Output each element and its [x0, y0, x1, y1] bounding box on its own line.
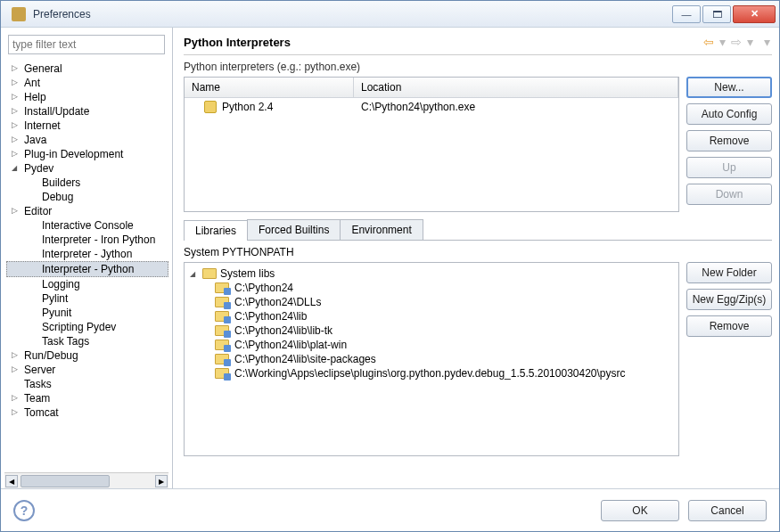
tree-item[interactable]: Install/Update	[6, 104, 168, 119]
tree-item[interactable]: Ant	[6, 76, 168, 90]
minimize-button[interactable]	[672, 5, 701, 23]
tree-item[interactable]: Java	[6, 133, 168, 147]
tree-item[interactable]: Interpreter - Iron Python	[6, 233, 168, 247]
scroll-thumb[interactable]	[21, 475, 110, 487]
tree-item[interactable]: Pyunit	[6, 306, 168, 320]
lib-folder-icon	[215, 340, 229, 350]
tree-item[interactable]: Interactive Console	[6, 218, 168, 233]
remove-lib-button[interactable]: Remove	[686, 315, 772, 337]
window-title: Preferences	[33, 8, 672, 20]
titlebar[interactable]: Preferences	[1, 1, 779, 28]
tree-item[interactable]: Tasks	[6, 377, 168, 391]
column-name[interactable]: Name	[185, 78, 354, 97]
back-arrow-icon[interactable]: ⇦	[702, 35, 716, 49]
system-libs-label: System libs	[220, 267, 275, 280]
tree-item[interactable]: Pylint	[6, 291, 168, 306]
lib-item[interactable]: C:\Python24\DLLs	[190, 295, 673, 309]
app-icon	[12, 7, 26, 21]
page-menu-icon[interactable]: ▾	[762, 35, 772, 49]
lib-folder-icon	[215, 297, 229, 307]
tree-item[interactable]: Server	[6, 363, 168, 377]
auto-config-button[interactable]: Auto Config	[686, 103, 772, 125]
lib-item[interactable]: C:\Python24\lib\site-packages	[190, 352, 673, 366]
interpreters-subheading: Python interpreters (e.g.: python.exe)	[184, 61, 772, 73]
tree-item[interactable]: Tomcat	[6, 405, 168, 420]
help-icon[interactable]: ?	[13, 500, 35, 521]
tree-item[interactable]: Plug-in Development	[6, 147, 168, 161]
lib-path: C:\Working\Apps\eclipse\plugins\org.pyth…	[234, 367, 626, 380]
new-button[interactable]: New...	[686, 77, 772, 98]
lib-path: C:\Python24\lib\site-packages	[234, 353, 376, 365]
interpreter-row[interactable]: Python 2.4 C:\Python24\python.exe	[185, 98, 678, 116]
lib-folder-icon	[215, 325, 229, 336]
sidebar-hscrollbar[interactable]: ◀ ▶	[4, 472, 168, 488]
interpreter-location: C:\Python24\python.exe	[354, 98, 678, 116]
lib-item[interactable]: C:\Python24	[190, 281, 673, 295]
lib-path: C:\Python24\lib\lib-tk	[234, 324, 333, 337]
interpreter-name: Python 2.4	[222, 101, 273, 113]
preferences-tree[interactable]: GeneralAntHelpInstall/UpdateInternetJava…	[4, 60, 168, 472]
tree-item[interactable]: Editor	[6, 204, 168, 218]
lib-path: C:\Python24\DLLs	[234, 296, 321, 308]
tree-item[interactable]: Run/Debug	[6, 348, 168, 363]
tree-item[interactable]: Builders	[6, 176, 168, 190]
scroll-left-icon[interactable]: ◀	[5, 475, 18, 487]
up-button[interactable]: Up	[686, 157, 772, 178]
tab-bar: Libraries Forced Builtins Environment	[184, 219, 772, 241]
filter-input[interactable]	[8, 35, 165, 54]
lib-path: C:\Python24	[234, 282, 293, 294]
tree-item[interactable]: Internet	[6, 119, 168, 133]
python-icon	[204, 101, 217, 113]
tree-item[interactable]: Logging	[6, 277, 168, 291]
close-button[interactable]	[733, 5, 776, 23]
interpreters-table[interactable]: Name Location Python 2.4 C:\Python24\pyt…	[184, 77, 679, 212]
remove-interpreter-button[interactable]: Remove	[686, 130, 772, 151]
scroll-right-icon[interactable]: ▶	[155, 475, 168, 487]
lib-folder-icon	[215, 311, 229, 322]
tab-libraries[interactable]: Libraries	[184, 220, 248, 241]
maximize-button[interactable]	[702, 5, 731, 23]
tab-forced-builtins[interactable]: Forced Builtins	[247, 219, 341, 240]
preferences-window: Preferences GeneralAntHelpInstall/Update…	[0, 0, 780, 532]
new-folder-button[interactable]: New Folder	[686, 262, 772, 283]
tree-item[interactable]: Interpreter - Python	[6, 261, 168, 277]
tab-environment[interactable]: Environment	[340, 219, 423, 240]
tree-item[interactable]: Team	[6, 391, 168, 405]
sidebar: GeneralAntHelpInstall/UpdateInternetJava…	[1, 28, 173, 488]
libs-tree[interactable]: System libs C:\Python24C:\Python24\DLLsC…	[184, 262, 679, 456]
lib-folder-icon	[215, 368, 229, 379]
forward-arrow-icon[interactable]: ⇨	[729, 35, 743, 49]
folder-icon	[202, 268, 217, 279]
lib-item[interactable]: C:\Working\Apps\eclipse\plugins\org.pyth…	[190, 366, 673, 381]
lib-item[interactable]: C:\Python24\lib\plat-win	[190, 338, 673, 352]
tree-item[interactable]: Debug	[6, 190, 168, 204]
lib-folder-icon	[215, 354, 229, 364]
tree-item[interactable]: Help	[6, 90, 168, 104]
cancel-button[interactable]: Cancel	[688, 500, 767, 521]
footer: ? OK Cancel	[1, 488, 779, 531]
lib-item[interactable]: C:\Python24\lib\lib-tk	[190, 323, 673, 338]
lib-item[interactable]: C:\Python24\lib	[190, 309, 673, 323]
lib-path: C:\Python24\lib	[234, 310, 307, 323]
lib-folder-icon	[215, 282, 229, 293]
tree-item[interactable]: Interpreter - Jython	[6, 247, 168, 261]
tree-item[interactable]: Scripting Pydev	[6, 320, 168, 334]
lib-path: C:\Python24\lib\plat-win	[234, 339, 347, 351]
tree-item[interactable]: General	[6, 61, 168, 76]
column-location[interactable]: Location	[354, 78, 678, 97]
tree-item[interactable]: Task Tags	[6, 334, 168, 348]
system-libs-root[interactable]: System libs	[190, 266, 673, 281]
main-pane: Python Interpreters ⇦ ▾ ⇨ ▾ ▾ Python int…	[173, 28, 779, 488]
pythonpath-label: System PYTHONPATH	[184, 246, 772, 258]
page-title: Python Interpreters	[184, 36, 702, 49]
tree-item[interactable]: Pydev	[6, 161, 168, 176]
ok-button[interactable]: OK	[601, 500, 679, 521]
new-egg-zip-button[interactable]: New Egg/Zip(s)	[686, 289, 772, 310]
down-button[interactable]: Down	[686, 184, 772, 205]
forward-menu-icon[interactable]: ▾	[745, 35, 755, 49]
back-menu-icon[interactable]: ▾	[718, 35, 727, 49]
